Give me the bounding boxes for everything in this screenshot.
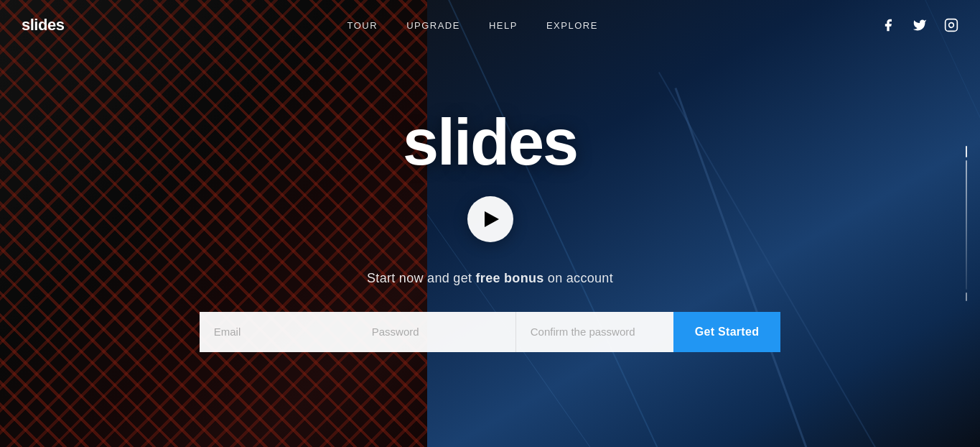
facebook-icon[interactable] <box>881 18 895 32</box>
scroll-line <box>966 160 967 290</box>
logo: slides <box>22 16 64 34</box>
scroll-dot-2 <box>966 292 967 301</box>
nav-links: TOUR UPGRADE HELP EXPLORE <box>347 20 598 31</box>
scroll-dot-1 <box>966 146 967 157</box>
navbar: slides TOUR UPGRADE HELP EXPLORE <box>0 0 980 50</box>
main-content: slides Start now and get free bonus on a… <box>0 0 980 447</box>
subtitle-plain: Start now and get <box>367 271 476 285</box>
play-icon <box>485 211 499 227</box>
confirm-password-input[interactable] <box>515 312 673 352</box>
nav-upgrade[interactable]: UPGRADE <box>406 20 460 31</box>
email-input[interactable] <box>200 312 358 352</box>
hero-subtitle: Start now and get free bonus on account <box>367 271 613 286</box>
subtitle-bold: free bonus <box>476 271 544 285</box>
nav-tour[interactable]: TOUR <box>347 20 378 31</box>
subtitle-end: on account <box>544 271 613 285</box>
password-input[interactable] <box>358 312 515 352</box>
instagram-icon[interactable] <box>944 18 958 32</box>
nav-explore[interactable]: EXPLORE <box>546 20 598 31</box>
twitter-icon[interactable] <box>913 18 927 32</box>
hero-title: slides <box>403 110 577 175</box>
signup-form: Get Started <box>200 312 781 352</box>
get-started-button[interactable]: Get Started <box>673 312 781 352</box>
nav-help[interactable]: HELP <box>489 20 518 31</box>
svg-rect-0 <box>946 19 958 32</box>
nav-social <box>881 18 958 32</box>
play-button[interactable] <box>467 196 513 242</box>
scroll-indicator <box>966 146 967 301</box>
